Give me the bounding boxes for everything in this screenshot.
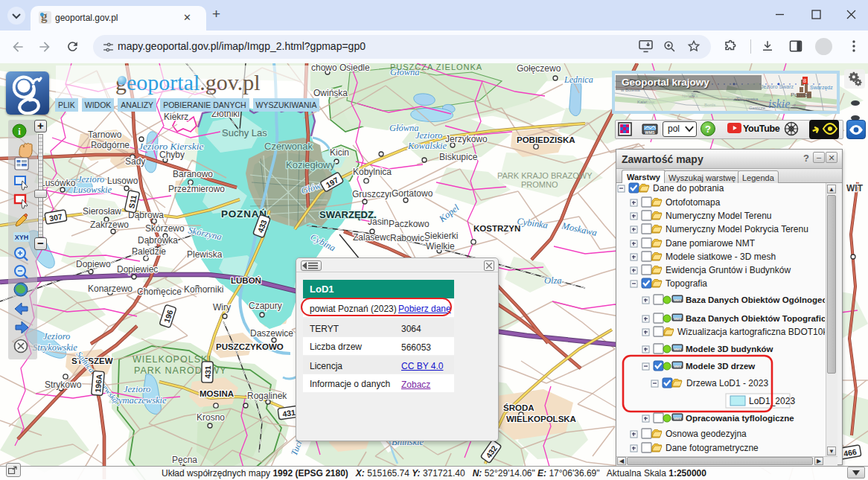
svg-text:Opracowania tyflologiczne: Opracowania tyflologiczne	[686, 414, 794, 423]
svg-text:WMS: WMS	[674, 365, 681, 368]
svg-text:Topografia: Topografia	[666, 278, 707, 289]
svg-text:Dane pomiarowe NMT: Dane pomiarowe NMT	[666, 238, 756, 249]
svg-text:Dane do pobrania: Dane do pobrania	[653, 183, 724, 193]
svg-text:WMS: WMS	[674, 317, 681, 321]
svg-text:Dane fotogrametryczne: Dane fotogrametryczne	[666, 443, 759, 453]
svg-text:Drzewa LoD1 - 2023: Drzewa LoD1 - 2023	[686, 378, 768, 388]
svg-text:Numeryczny Model Terenu: Numeryczny Model Terenu	[666, 211, 772, 221]
svg-text:WMS: WMS	[674, 348, 681, 351]
svg-text:Modele 3D drzew: Modele 3D drzew	[686, 362, 755, 371]
svg-text:Baza Danych Obiektów Ogólnogeo: Baza Danych Obiektów Ogólnogeogr	[686, 295, 836, 304]
svg-text:Wizualizacja kartograficzna BD: Wizualizacja kartograficzna BDOT10k	[677, 327, 828, 337]
svg-text:Numeryczny Model Pokrycia Tere: Numeryczny Model Pokrycia Terenu	[666, 224, 808, 234]
svg-text:Osnowa geodezyjna: Osnowa geodezyjna	[666, 429, 747, 439]
svg-text:Modele siatkowe - 3D mesh: Modele siatkowe - 3D mesh	[666, 252, 776, 262]
svg-text:Baza Danych Obiektów Topografi: Baza Danych Obiektów Topograficzn	[686, 314, 835, 323]
svg-text:WMS: WMS	[674, 298, 681, 302]
svg-text:Ewidencja Gruntów i Budynków: Ewidencja Gruntów i Budynków	[666, 265, 791, 275]
svg-text:Ortofotomapa: Ortofotomapa	[666, 197, 721, 208]
svg-text:WMS: WMS	[674, 417, 681, 420]
svg-text:Modele 3D budynków: Modele 3D budynków	[686, 345, 773, 353]
